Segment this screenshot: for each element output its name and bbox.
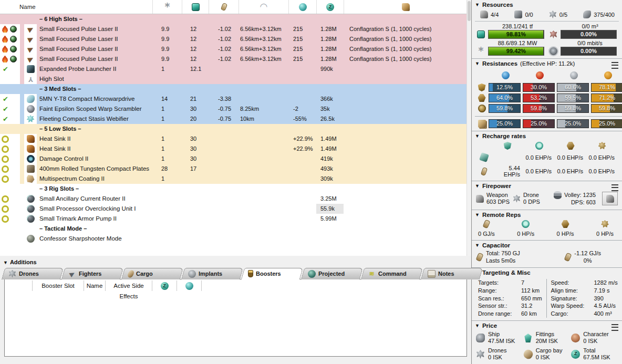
resources-header[interactable]: ▼Resources: [475, 1, 619, 9]
firepower-menu-icon[interactable]: [611, 184, 618, 191]
fitting-row[interactable]: ▶Small Focused Pulse Laser II9.912-1.026…: [0, 54, 467, 64]
passive-ring-icon[interactable]: [2, 215, 9, 223]
passive-ring-icon[interactable]: [2, 205, 9, 213]
check-icon[interactable]: ✔: [2, 115, 9, 123]
column-header-tracking[interactable]: [288, 0, 316, 14]
tab-boosters[interactable]: Boosters: [243, 268, 302, 279]
module-state-cell[interactable]: [0, 44, 20, 54]
module-state-cell[interactable]: ✔: [0, 94, 20, 104]
price-menu-icon[interactable]: [611, 324, 618, 331]
passive-ring-icon[interactable]: [2, 136, 9, 143]
passive-ring-icon[interactable]: [2, 145, 9, 153]
slot-section-header: – 3 Rig Slots –: [0, 184, 467, 194]
module-state-cell[interactable]: ✔: [0, 114, 20, 124]
drone-dps-stat: Drone0 DPS: [513, 192, 540, 205]
fitting-scrollbar[interactable]: [466, 0, 471, 256]
scrollbar-thumb[interactable]: [468, 1, 471, 21]
active-orb-icon[interactable]: [10, 56, 17, 63]
resist-value: 12.5%: [489, 84, 520, 91]
remote-reps-header[interactable]: ▼Remote Reps: [475, 211, 619, 219]
module-state-cell[interactable]: [0, 154, 20, 164]
fitting-row[interactable]: ✔Faint Epsilon Scoped Warp Scrambler130-…: [0, 104, 467, 114]
module-state-cell[interactable]: ✔: [0, 64, 20, 74]
module-state-cell[interactable]: [0, 204, 20, 214]
overheat-flame-icon[interactable]: [2, 46, 8, 53]
active-orb-icon[interactable]: [10, 36, 17, 43]
column-header-powergrid[interactable]: *: [152, 0, 182, 14]
check-icon[interactable]: ✔: [2, 65, 9, 73]
column-header-range[interactable]: ◠: [239, 0, 288, 14]
overheat-flame-icon[interactable]: [2, 26, 8, 33]
booster-column-header[interactable]: Z: [152, 280, 177, 291]
fitting-row[interactable]: Small Trimark Armor Pump II5.99M: [0, 214, 467, 224]
tab-fighters[interactable]: ▶Fighters: [63, 268, 122, 279]
column-header-name[interactable]: Name: [0, 0, 152, 14]
fitting-row[interactable]: ✔Expanded Probe Launcher II112.1990k: [0, 64, 467, 74]
active-orb-icon[interactable]: [10, 26, 17, 33]
tab-notes[interactable]: Notes: [422, 268, 481, 279]
resistances-header[interactable]: ▼Resistances(Effective HP: 11.2k): [475, 60, 619, 68]
module-state-cell[interactable]: [0, 144, 20, 154]
tab-projected[interactable]: Projected: [303, 268, 361, 279]
booster-column-header[interactable]: Booster Slot: [33, 280, 84, 291]
column-header-cpu[interactable]: [182, 0, 209, 14]
module-state-cell[interactable]: ✔: [0, 104, 20, 114]
module-state-cell[interactable]: [0, 174, 20, 184]
targeting-header[interactable]: ▼Targeting & Misc: [475, 269, 619, 277]
booster-column-header[interactable]: Active Side Effects: [106, 280, 152, 291]
resource-bar-percent: 98.81%: [489, 30, 544, 38]
booster-column-header[interactable]: Name: [84, 280, 106, 291]
tab-implants[interactable]: Implants: [183, 268, 242, 279]
pulse-laser-icon: ▶: [25, 54, 36, 64]
fitting-row[interactable]: 400mm Rolled Tungsten Compact Plates2817…: [0, 164, 467, 174]
module-state-cell[interactable]: [0, 24, 20, 34]
fitting-row[interactable]: Heat Sink II130+22.9%1.49M: [0, 144, 467, 154]
passive-ring-icon[interactable]: [2, 155, 9, 163]
firepower-weapon-button[interactable]: [602, 192, 618, 205]
passive-ring-icon[interactable]: [2, 175, 9, 183]
passive-ring-icon[interactable]: [2, 195, 9, 203]
column-header-price[interactable]: Z: [316, 0, 344, 14]
fitting-row[interactable]: Small Ancillary Current Router II3.25M: [0, 194, 467, 204]
overheat-flame-icon[interactable]: [2, 36, 8, 43]
overheat-flame-icon[interactable]: [2, 56, 8, 63]
booster-column-header[interactable]: [5, 280, 33, 291]
fitting-row[interactable]: YHigh Slot: [0, 74, 467, 84]
fitting-row[interactable]: Heat Sink II130+22.9%1.49M: [0, 134, 467, 144]
fitting-row[interactable]: ✔5MN Y-T8 Compact Microwarpdrive1421-3.3…: [0, 94, 467, 104]
column-header-ammo[interactable]: [344, 0, 467, 14]
module-state-cell[interactable]: [0, 214, 20, 224]
module-state-cell[interactable]: [0, 54, 20, 64]
module-state-cell[interactable]: [0, 134, 20, 144]
recharge-header[interactable]: ▼Recharge rates: [475, 132, 619, 140]
firepower-header[interactable]: ▼Firepower: [475, 182, 619, 190]
fitting-row[interactable]: ▶Small Focused Pulse Laser II9.912-1.026…: [0, 24, 467, 34]
fitting-row[interactable]: Multispectrum Coating II1309k: [0, 174, 467, 184]
fitting-row[interactable]: Confessor Sharpshooter Mode: [0, 234, 467, 244]
additions-header[interactable]: ▼Additions: [0, 256, 471, 266]
fitting-row[interactable]: ✔Fleeting Compact Stasis Webifier120-0.7…: [0, 114, 467, 124]
module-state-cell[interactable]: [0, 74, 20, 84]
booster-list[interactable]: Booster SlotNameActive Side EffectsZ: [4, 279, 467, 357]
capacitor-header[interactable]: ▼Capacitor: [475, 242, 619, 249]
module-state-cell[interactable]: [0, 34, 20, 44]
fitting-row[interactable]: ▶Small Focused Pulse Laser II9.912-1.026…: [0, 34, 467, 44]
tab-drones[interactable]: Drones: [3, 268, 62, 279]
tab-cargo[interactable]: Cargo: [123, 268, 182, 279]
module-state-cell[interactable]: [0, 234, 20, 244]
ammo-value: [344, 174, 467, 184]
price-header[interactable]: ▼Price: [475, 322, 619, 330]
check-icon[interactable]: ✔: [2, 95, 9, 103]
active-orb-icon[interactable]: [10, 46, 17, 53]
tab-command[interactable]: ≋Command: [362, 268, 421, 279]
fitting-row[interactable]: Small Processor Overclocking Unit I55.9k: [0, 204, 467, 214]
column-header-capacitor-use[interactable]: [209, 0, 239, 14]
module-state-cell[interactable]: [0, 194, 20, 204]
resistances-menu-icon[interactable]: [611, 62, 618, 69]
booster-column-header[interactable]: [177, 280, 202, 291]
module-state-cell[interactable]: [0, 164, 20, 174]
fitting-row[interactable]: ▶Small Focused Pulse Laser II9.912-1.026…: [0, 44, 467, 54]
passive-ring-icon[interactable]: [2, 165, 9, 173]
fitting-row[interactable]: Damage Control II130419k: [0, 154, 467, 164]
check-icon[interactable]: ✔: [2, 105, 9, 113]
